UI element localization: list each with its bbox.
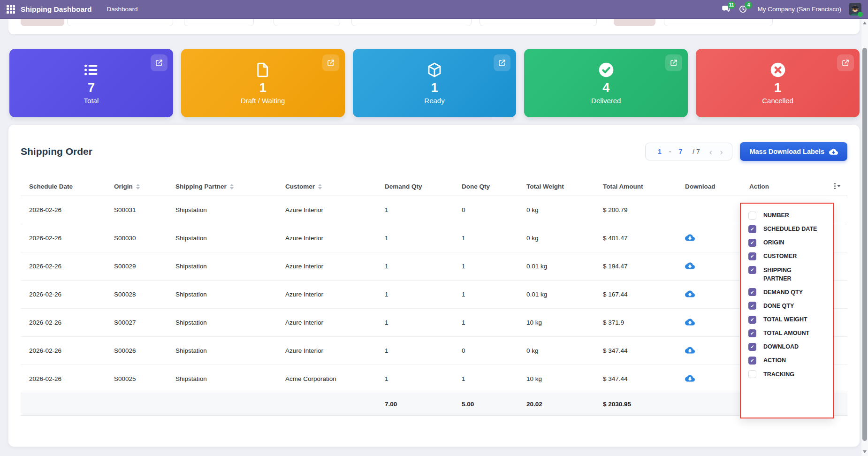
filter-chip[interactable] <box>614 19 655 26</box>
kpi-card-ready[interactable]: 1 Ready <box>353 49 517 117</box>
table-row[interactable]: 2026-02-26 S00028 Shipstation Azure Inte… <box>21 281 847 309</box>
menu-item-total-amount[interactable]: TOTAL AMOUNT <box>748 329 827 337</box>
checkbox[interactable] <box>748 212 756 220</box>
scroll-up-icon[interactable] <box>863 22 867 24</box>
download-label-icon[interactable] <box>685 233 695 243</box>
download-label-icon[interactable] <box>685 261 695 271</box>
filter-input[interactable] <box>184 19 254 26</box>
menu-item-scheduled-date[interactable]: SCHEDULED DATE <box>748 225 827 233</box>
cell-download <box>677 365 741 393</box>
filter-input[interactable] <box>664 19 773 26</box>
vertical-scrollbar[interactable] <box>861 19 868 456</box>
cell-demand-qty: 1 <box>376 309 453 337</box>
kpi-label: Ready <box>424 97 444 105</box>
nav-menu-dashboard[interactable]: Dashboard <box>102 0 143 18</box>
pager-next-icon[interactable]: › <box>717 147 725 156</box>
pager-start[interactable]: 1 <box>652 148 667 155</box>
col-origin[interactable]: Origin <box>106 177 167 196</box>
filter-input[interactable] <box>274 19 340 26</box>
kpi-card-delivered[interactable]: 4 Delivered <box>524 49 688 117</box>
scroll-down-icon[interactable] <box>863 450 867 453</box>
table-row[interactable]: 2026-02-26 S00025 Shipstation Acme Corpo… <box>21 365 847 393</box>
pager-prev-icon[interactable]: ‹ <box>707 147 715 156</box>
kpi-label: Draft / Waiting <box>241 97 285 105</box>
col-customer[interactable]: Customer <box>277 177 376 196</box>
user-avatar[interactable] <box>849 3 861 15</box>
checkbox[interactable] <box>748 343 756 351</box>
menu-item-shipping-partner[interactable]: SHIPPING PARTNER <box>748 266 827 283</box>
menu-item-done-qty[interactable]: DONE QTY <box>748 302 827 310</box>
open-external-link-icon[interactable] <box>494 54 510 71</box>
table-row[interactable]: 2026-02-26 S00031 Shipstation Azure Inte… <box>21 196 847 224</box>
column-options-icon[interactable] <box>834 183 845 189</box>
menu-item-action[interactable]: ACTION <box>748 356 827 365</box>
filter-chip[interactable] <box>21 19 64 26</box>
download-label-icon[interactable] <box>685 345 695 355</box>
open-external-link-icon[interactable] <box>665 54 682 71</box>
col-schedule-date[interactable]: Schedule Date <box>21 177 106 196</box>
cell-total-weight: 0 kg <box>518 337 594 365</box>
table-row[interactable]: 2026-02-26 S00026 Shipstation Azure Inte… <box>21 337 847 365</box>
activities-icon[interactable]: 4 <box>737 3 749 15</box>
sort-icon[interactable] <box>136 184 140 190</box>
kpi-card-cancelled[interactable]: 1 Cancelled <box>696 49 860 117</box>
checkbox[interactable] <box>748 329 756 337</box>
cell-origin: S00025 <box>106 365 167 393</box>
download-label-icon[interactable] <box>685 289 695 299</box>
mass-download-labels-button[interactable]: Mass Download Labels <box>740 142 847 161</box>
messages-icon[interactable]: 11 <box>720 3 732 15</box>
menu-item-customer[interactable]: CUSTOMER <box>748 252 827 260</box>
shipping-order-panel: Shipping Order 1 - 7 / 7 ‹ › Mass Downlo… <box>8 125 860 447</box>
scrollbar-thumb[interactable] <box>862 48 867 441</box>
cell-shipping-partner: Shipstation <box>167 224 277 252</box>
apps-grid-icon[interactable] <box>7 5 15 14</box>
sort-icon[interactable] <box>318 184 322 190</box>
checkbox[interactable] <box>748 302 756 310</box>
filter-input[interactable] <box>67 19 173 26</box>
cell-done-qty: 0 <box>453 196 518 224</box>
menu-item-download[interactable]: DOWNLOAD <box>748 342 827 351</box>
cell-done-qty: 1 <box>453 224 518 252</box>
table-header-row: Schedule Date Origin Shipping Partner Cu… <box>21 177 847 196</box>
pager-end[interactable]: 7 <box>673 148 688 155</box>
checkbox[interactable] <box>748 266 756 274</box>
cell-demand-qty: 1 <box>376 196 453 224</box>
col-total-amount: Total Amount <box>594 177 677 196</box>
sort-icon[interactable] <box>230 184 234 190</box>
company-switcher[interactable]: My Company (San Francisco) <box>757 6 841 13</box>
col-done-qty: Done Qty <box>453 177 518 196</box>
checkbox[interactable] <box>748 316 756 324</box>
filter-strip <box>8 19 860 34</box>
kpi-card-draft-waiting[interactable]: 1 Draft / Waiting <box>181 49 345 117</box>
checkbox[interactable] <box>748 357 756 365</box>
download-label-icon[interactable] <box>685 373 695 383</box>
table-row[interactable]: 2026-02-26 S00029 Shipstation Azure Inte… <box>21 252 847 281</box>
open-external-link-icon[interactable] <box>151 54 168 71</box>
download-label-icon[interactable] <box>685 317 695 327</box>
menu-item-number[interactable]: NUMBER <box>748 211 827 220</box>
table-row[interactable]: 2026-02-26 S00027 Shipstation Azure Inte… <box>21 309 847 337</box>
checkbox[interactable] <box>748 239 756 247</box>
menu-item-origin[interactable]: ORIGIN <box>748 238 827 247</box>
checkbox[interactable] <box>748 288 756 296</box>
checkbox[interactable] <box>748 252 756 260</box>
cell-total-weight: 10 kg <box>518 309 594 337</box>
cell-customer: Azure Interior <box>277 337 376 365</box>
open-external-link-icon[interactable] <box>837 54 854 71</box>
app-title[interactable]: Shipping Dashboard <box>21 5 92 14</box>
open-external-link-icon[interactable] <box>322 54 339 71</box>
menu-item-tracking[interactable]: TRACKING <box>748 370 827 379</box>
checkbox[interactable] <box>748 225 756 233</box>
activities-badge: 4 <box>745 1 752 9</box>
col-shipping-partner[interactable]: Shipping Partner <box>167 177 277 196</box>
filter-input[interactable] <box>480 19 597 26</box>
total-amount: $ 2030.95 <box>594 393 677 416</box>
kpi-card-total[interactable]: 7 Total <box>9 49 173 117</box>
cell-total-weight: 0 kg <box>518 196 594 224</box>
filter-input[interactable] <box>351 19 472 26</box>
checkbox[interactable] <box>748 370 756 378</box>
table-row[interactable]: 2026-02-26 S00030 Shipstation Azure Inte… <box>21 224 847 252</box>
menu-item-total-weight[interactable]: TOTAL WEIGHT <box>748 315 827 324</box>
menu-item-demand-qty[interactable]: DEMAND QTY <box>748 288 827 296</box>
total-demand-qty: 7.00 <box>376 393 453 416</box>
